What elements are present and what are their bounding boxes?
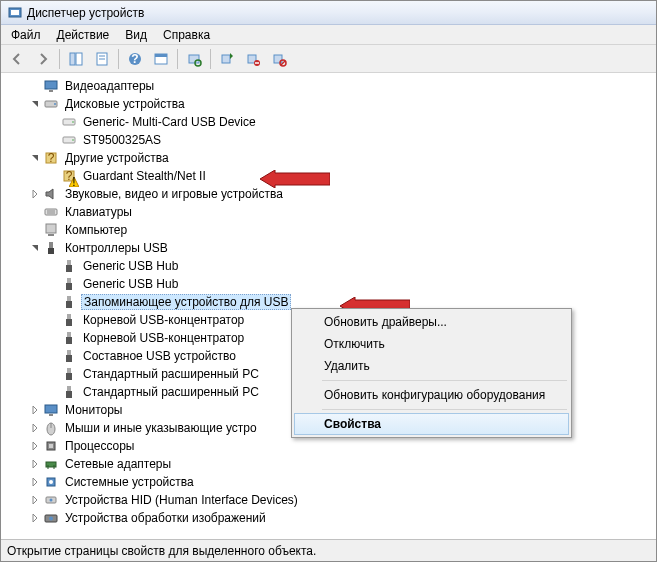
tree-item-label[interactable]: Системные устройства <box>63 475 196 489</box>
tree-item-label[interactable]: Другие устройства <box>63 151 171 165</box>
expand-icon[interactable] <box>29 188 41 200</box>
tree-item-label[interactable]: ST9500325AS <box>81 133 163 147</box>
toolbar-separator <box>59 49 60 69</box>
svg-rect-54 <box>67 386 71 391</box>
tree-item-label[interactable]: Клавиатуры <box>63 205 134 219</box>
tree-item[interactable]: Сетевые адаптеры <box>1 455 656 473</box>
titlebar-title: Диспетчер устройств <box>27 6 144 20</box>
menu-file[interactable]: Файл <box>3 26 49 44</box>
back-icon[interactable] <box>5 48 29 70</box>
svg-text:?: ? <box>48 151 55 165</box>
tree-item-label[interactable]: Составное USB устройство <box>81 349 238 363</box>
scan-hardware-icon[interactable] <box>182 48 206 70</box>
uninstall-icon[interactable] <box>241 48 265 70</box>
expander-placeholder <box>47 332 59 344</box>
usbdev-icon <box>61 312 77 328</box>
tree-item[interactable]: Компьютер <box>1 221 656 239</box>
tree-item[interactable]: Устройства HID (Human Interface Devices) <box>1 491 656 509</box>
hdd-icon <box>61 132 77 148</box>
svg-rect-52 <box>67 368 71 373</box>
show-hide-tree-icon[interactable] <box>64 48 88 70</box>
collapse-icon[interactable] <box>29 152 41 164</box>
tree-item[interactable]: Процессоры <box>1 437 656 455</box>
tree-item-label[interactable]: Корневой USB-концентратор <box>81 331 246 345</box>
window-icon[interactable] <box>149 48 173 70</box>
context-menu-item[interactable]: Обновить конфигурацию оборудования <box>294 384 569 406</box>
tree-item-label[interactable]: Запоминающее устройство для USB <box>81 294 291 310</box>
context-menu-item[interactable]: Удалить <box>294 355 569 377</box>
tree-item[interactable]: ST9500325AS <box>1 131 656 149</box>
tree-item-label[interactable]: Сетевые адаптеры <box>63 457 173 471</box>
tree-item[interactable]: Generic USB Hub <box>1 257 656 275</box>
svg-rect-49 <box>66 337 72 344</box>
tree-item-label[interactable]: Контроллеры USB <box>63 241 170 255</box>
tree-item-label[interactable]: Видеоадаптеры <box>63 79 156 93</box>
expand-icon[interactable] <box>29 512 41 524</box>
computer-icon <box>43 222 59 238</box>
display-icon <box>43 78 59 94</box>
tree-item-label[interactable]: Устройства обработки изображений <box>63 511 268 525</box>
svg-rect-55 <box>66 391 72 398</box>
svg-rect-36 <box>46 224 56 233</box>
tree-item-label[interactable]: Generic USB Hub <box>81 277 180 291</box>
tree-item-label[interactable]: Компьютер <box>63 223 129 237</box>
tree-item-label[interactable]: Устройства HID (Human Interface Devices) <box>63 493 300 507</box>
tree-item-label[interactable]: Guardant Stealth/Net II <box>81 169 208 183</box>
menu-help[interactable]: Справка <box>155 26 218 44</box>
collapse-icon[interactable] <box>29 242 41 254</box>
expand-icon[interactable] <box>29 422 41 434</box>
usb-icon <box>43 240 59 256</box>
disable-icon[interactable] <box>267 48 291 70</box>
tree-item-label[interactable]: Звуковые, видео и игровые устройства <box>63 187 285 201</box>
context-menu-item[interactable]: Свойства <box>294 413 569 435</box>
expand-icon[interactable] <box>29 476 41 488</box>
svg-rect-57 <box>49 414 53 416</box>
expand-icon[interactable] <box>29 440 41 452</box>
tree-item[interactable]: Клавиатуры <box>1 203 656 221</box>
tree-item[interactable]: Контроллеры USB <box>1 239 656 257</box>
update-driver-icon[interactable] <box>215 48 239 70</box>
svg-rect-41 <box>66 265 72 272</box>
tree-item-label[interactable]: Generic USB Hub <box>81 259 180 273</box>
tree-item-label[interactable]: Мыши и иные указывающие устро <box>63 421 259 435</box>
tree-item-label[interactable]: Мониторы <box>63 403 124 417</box>
hdd-icon <box>61 114 77 130</box>
forward-icon[interactable] <box>31 48 55 70</box>
tree-item-label[interactable]: Generic- Multi-Card USB Device <box>81 115 258 129</box>
usbdev-icon <box>61 276 77 292</box>
help-icon[interactable]: ? <box>123 48 147 70</box>
usbdev-icon <box>61 384 77 400</box>
network-icon <box>43 456 59 472</box>
collapse-icon[interactable] <box>29 98 41 110</box>
monitor-icon <box>43 402 59 418</box>
tree-item-label[interactable]: Корневой USB-концентратор <box>81 313 246 327</box>
expander-placeholder <box>29 206 41 218</box>
context-menu-item[interactable]: Отключить <box>294 333 569 355</box>
menu-action[interactable]: Действие <box>49 26 118 44</box>
svg-point-70 <box>49 517 53 521</box>
tree-item-label[interactable]: Стандартный расширенный PC <box>81 367 261 381</box>
svg-rect-10 <box>155 54 167 57</box>
expander-placeholder <box>47 260 59 272</box>
device-tree[interactable]: ВидеоадаптерыДисковые устройстваGeneric-… <box>1 73 656 539</box>
cpu-icon <box>43 438 59 454</box>
tree-item-label[interactable]: Стандартный расширенный PC <box>81 385 261 399</box>
tree-item[interactable]: Generic USB Hub <box>1 275 656 293</box>
svg-rect-42 <box>67 278 71 283</box>
imaging-icon <box>43 510 59 526</box>
tree-item[interactable]: ?Другие устройства <box>1 149 656 167</box>
expand-icon[interactable] <box>29 458 41 470</box>
tree-item[interactable]: Системные устройства <box>1 473 656 491</box>
menu-view[interactable]: Вид <box>117 26 155 44</box>
expand-icon[interactable] <box>29 494 41 506</box>
tree-item[interactable]: Видеоадаптеры <box>1 77 656 95</box>
tree-item-label[interactable]: Дисковые устройства <box>63 97 187 111</box>
tree-item-label[interactable]: Процессоры <box>63 439 137 453</box>
expand-icon[interactable] <box>29 404 41 416</box>
context-menu-item[interactable]: Обновить драйверы... <box>294 311 569 333</box>
tree-item[interactable]: Generic- Multi-Card USB Device <box>1 113 656 131</box>
tree-item[interactable]: Дисковые устройства <box>1 95 656 113</box>
svg-rect-1 <box>11 10 19 15</box>
tree-item[interactable]: Устройства обработки изображений <box>1 509 656 527</box>
properties-icon[interactable] <box>90 48 114 70</box>
